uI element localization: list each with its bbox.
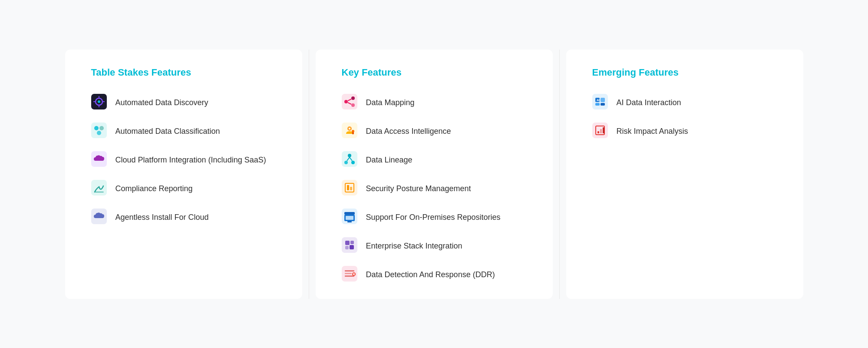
svg-point-8	[94, 126, 99, 130]
svg-point-10	[97, 131, 101, 135]
cloud-purple-icon	[91, 151, 107, 167]
data-access-icon	[342, 123, 357, 138]
emerging-features-title: Emerging Features	[592, 67, 777, 78]
svg-rect-61	[600, 129, 602, 133]
list-item: Security Posture Management	[342, 180, 527, 196]
svg-point-16	[351, 96, 355, 100]
svg-rect-48	[345, 275, 354, 277]
svg-rect-34	[350, 187, 352, 190]
svg-rect-37	[346, 216, 353, 220]
ai-data-interaction-icon: AI	[592, 94, 608, 109]
list-item: Data Lineage	[342, 151, 527, 167]
main-container: Table Stakes Features Automated Data Dis…	[43, 23, 825, 325]
risk-impact-label: Risk Impact Analysis	[617, 123, 688, 137]
data-detection-label: Data Detection And Response (DDR)	[366, 266, 495, 280]
svg-rect-44	[350, 245, 354, 249]
ai-data-label: AI Data Interaction	[617, 94, 681, 108]
list-item: Data Detection And Response (DDR)	[342, 266, 527, 282]
emerging-features-list: AI AI Data Interaction Risk Impact Analy…	[592, 94, 777, 138]
list-item: Compliance Reporting	[91, 180, 276, 196]
svg-rect-14	[342, 94, 357, 109]
svg-point-2	[98, 100, 100, 103]
data-mapping-label: Data Mapping	[366, 94, 415, 108]
svg-rect-4	[99, 106, 99, 107]
svg-rect-24	[352, 132, 354, 134]
discovery-icon	[91, 94, 107, 109]
table-stakes-title: Table Stakes Features	[91, 67, 276, 78]
classification-icon	[91, 123, 107, 138]
svg-rect-43	[345, 246, 349, 249]
risk-impact-icon	[592, 123, 608, 138]
list-item: Data Mapping	[342, 94, 527, 109]
data-lineage-label: Data Lineage	[366, 151, 413, 166]
svg-rect-7	[91, 123, 107, 138]
svg-rect-25	[342, 151, 357, 167]
table-stakes-column: Table Stakes Features Automated Data Dis…	[65, 50, 302, 299]
svg-point-28	[351, 161, 355, 164]
support-on-premises-icon	[342, 209, 357, 224]
key-features-title: Key Features	[342, 67, 527, 78]
svg-rect-46	[345, 270, 354, 272]
compliance-label: Compliance Reporting	[116, 180, 193, 194]
divider-1	[309, 50, 309, 299]
svg-rect-3	[99, 96, 99, 98]
data-detection-icon	[342, 266, 357, 282]
data-access-label: Data Access Intelligence	[366, 123, 451, 137]
list-item: Cloud Platform Integration (Including Sa…	[91, 151, 276, 167]
svg-point-17	[351, 103, 355, 107]
key-features-list: Data Mapping Data Access Intelligence	[342, 94, 527, 282]
classification-label: Automated Data Classification	[116, 123, 220, 137]
svg-point-15	[344, 100, 348, 103]
security-posture-icon	[342, 180, 357, 196]
support-on-premises-label: Support For On-Premises Repositories	[366, 209, 501, 223]
svg-rect-56	[601, 103, 605, 106]
enterprise-stack-label: Enterprise Stack Integration	[366, 237, 462, 252]
agentless-icon	[91, 209, 107, 224]
svg-text:AI: AI	[597, 99, 600, 102]
table-stakes-list: Automated Data Discovery Automated Data …	[91, 94, 276, 224]
svg-point-22	[349, 128, 350, 129]
svg-point-26	[348, 154, 351, 157]
key-features-column: Key Features Data Mapping	[316, 50, 553, 299]
svg-rect-55	[595, 103, 600, 106]
list-item: AI AI Data Interaction	[592, 94, 777, 109]
list-item: Risk Impact Analysis	[592, 123, 777, 138]
svg-point-27	[344, 161, 348, 164]
enterprise-stack-icon	[342, 237, 357, 253]
list-item: Automated Data Discovery	[91, 94, 276, 109]
discovery-label: Automated Data Discovery	[116, 94, 208, 108]
svg-point-9	[99, 126, 104, 130]
svg-rect-38	[347, 221, 352, 222]
svg-rect-54	[601, 98, 605, 102]
data-lineage-icon	[342, 151, 357, 167]
svg-rect-6	[103, 101, 105, 102]
svg-rect-52	[592, 94, 608, 109]
list-item: Agentless Install For Cloud	[91, 209, 276, 224]
cloud-platform-label: Cloud Platform Integration (Including Sa…	[116, 151, 266, 166]
svg-rect-62	[603, 127, 604, 133]
svg-rect-31	[342, 180, 357, 196]
divider-2	[559, 50, 560, 299]
list-item: Automated Data Classification	[91, 123, 276, 138]
data-mapping-icon	[342, 94, 357, 109]
svg-rect-40	[342, 237, 357, 253]
svg-rect-5	[93, 101, 95, 102]
svg-rect-33	[347, 185, 349, 190]
emerging-features-column: Emerging Features AI AI Data Interaction	[566, 50, 803, 299]
svg-rect-60	[597, 131, 599, 133]
svg-rect-47	[345, 273, 352, 274]
svg-rect-39	[344, 212, 355, 215]
security-posture-label: Security Posture Management	[366, 180, 471, 194]
list-item: Data Access Intelligence	[342, 123, 527, 138]
list-item: Support For On-Premises Repositories	[342, 209, 527, 224]
svg-rect-41	[345, 241, 350, 245]
compliance-icon	[91, 180, 107, 196]
svg-rect-42	[350, 241, 354, 244]
agentless-label: Agentless Install For Cloud	[116, 209, 209, 223]
list-item: Enterprise Stack Integration	[342, 237, 527, 253]
